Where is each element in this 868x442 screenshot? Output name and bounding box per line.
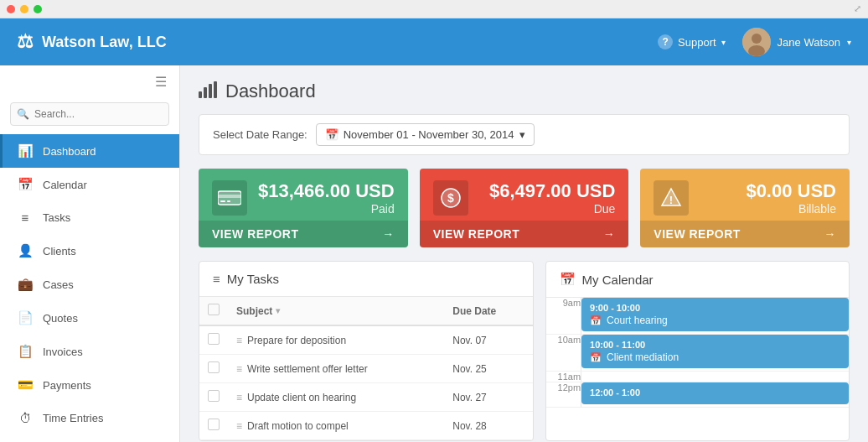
tasks-col-duedate: Due Date [444, 297, 532, 325]
table-row: ≡Draft motion to compel Nov. 28 [199, 412, 533, 440]
svg-rect-5 [209, 84, 212, 98]
support-label: Support [678, 36, 716, 49]
task-list-icon: ≡ [236, 335, 242, 346]
table-row: ≡Write settlement offer letter Nov. 25 [199, 355, 533, 383]
calendar-icon: 📅 [18, 177, 33, 192]
billable-amount: $0.00 USD [699, 180, 836, 202]
due-amount: $6,497.00 USD [478, 180, 616, 202]
billable-card-icon: ! [654, 180, 689, 216]
sidebar-toggle[interactable]: ☰ [0, 65, 179, 98]
dashboard-icon: 📊 [18, 143, 33, 159]
tasks-panel: ≡ My Tasks Subject ▾ [199, 261, 534, 441]
sidebar-item-calendar[interactable]: 📅 Calendar [0, 168, 179, 201]
user-avatar [742, 28, 771, 56]
calendar-panel-header: 📅 My Calendar [546, 262, 849, 298]
table-row: ≡Update client on hearing Nov. 27 [199, 383, 533, 412]
svg-text:!: ! [669, 194, 673, 206]
paid-view-report-label: VIEW REPORT [212, 227, 299, 241]
due-view-report-button[interactable]: VIEW REPORT → [420, 221, 629, 247]
header-right: ? Support ▾ Jane Watson ▾ [658, 28, 851, 56]
calendar-event-client-mediation[interactable]: 10:00 - 11:00 📅 Client mediation [581, 335, 849, 368]
event-cal-icon: 📅 [590, 315, 602, 326]
tasks-table: Subject ▾ Due Date ≡Prepare for depositi… [199, 297, 533, 440]
stats-cards: $13,466.00 USD Paid VIEW REPORT → $ [199, 169, 850, 247]
sidebar-item-clients[interactable]: 👤 Clients [0, 234, 179, 268]
sort-icon: ▾ [276, 306, 280, 315]
support-chevron-icon: ▾ [721, 38, 726, 47]
events-cell-9am: 9:00 - 10:00 📅 Court hearing [581, 298, 849, 335]
event-time-3: 12:00 - 1:00 [590, 387, 840, 398]
task-subject-1: Write settlement offer letter [247, 363, 368, 375]
sidebar-item-dashboard[interactable]: 📊 Dashboard [0, 134, 179, 168]
sidebar-item-label: Tasks [43, 211, 70, 224]
due-card-icon: $ [433, 180, 468, 216]
page-title-area: Dashboard [199, 81, 850, 102]
user-menu[interactable]: Jane Watson ▾ [742, 28, 851, 56]
paid-card-icon [212, 180, 247, 216]
svg-rect-3 [199, 91, 202, 98]
stat-card-due: $ $6,497.00 USD Due VIEW REPORT → [420, 169, 629, 247]
clients-icon: 👤 [18, 243, 33, 258]
task-list-icon: ≡ [236, 420, 242, 432]
calendar-event-court-hearing[interactable]: 9:00 - 10:00 📅 Court hearing [581, 298, 849, 331]
tasks-col-checkbox [199, 297, 228, 325]
sidebar-item-payments[interactable]: 💳 Payments [0, 368, 179, 402]
sidebar-item-label: Clients [43, 245, 76, 257]
maximize-dot[interactable] [34, 5, 42, 13]
tasks-subject-header: Subject [236, 305, 272, 317]
tasks-col-subject: Subject ▾ [228, 297, 444, 325]
svg-rect-4 [204, 87, 207, 98]
calendar-row-11am: 11am [546, 372, 849, 382]
events-cell-11am [581, 372, 849, 382]
minimize-dot[interactable] [20, 5, 28, 13]
task-checkbox-3[interactable] [208, 419, 220, 430]
sidebar-item-tasks[interactable]: ≡ Tasks [0, 201, 179, 234]
events-cell-10am: 10:00 - 11:00 📅 Client mediation [581, 335, 849, 372]
paid-amount: $13,466.00 USD [257, 180, 395, 202]
search-icon: 🔍 [17, 108, 29, 120]
calendar-panel-icon: 📅 [560, 272, 576, 287]
calendar-panel: 📅 My Calendar 9am 9:00 - 10:00 📅 [545, 261, 850, 441]
svg-rect-8 [218, 195, 241, 198]
paid-label: Paid [257, 202, 395, 216]
sidebar-item-cases[interactable]: 💼 Cases [0, 268, 179, 301]
support-icon: ? [658, 34, 673, 49]
task-checkbox-1[interactable] [208, 361, 220, 373]
paid-view-report-button[interactable]: VIEW REPORT → [199, 221, 408, 247]
time-entries-icon: ⏱ [18, 411, 33, 425]
lower-panels: ≡ My Tasks Subject ▾ [199, 261, 850, 441]
cases-icon: 💼 [18, 277, 33, 292]
sidebar-item-invoices[interactable]: 📋 Invoices [0, 335, 179, 368]
date-range-label: Select Date Range: [213, 128, 307, 141]
sidebar-item-label: Time Entries [43, 412, 103, 424]
billable-arrow-icon: → [824, 227, 837, 241]
task-checkbox-2[interactable] [208, 390, 220, 402]
task-checkbox-0[interactable] [208, 333, 220, 345]
due-arrow-icon: → [603, 227, 616, 241]
sidebar-item-quotes[interactable]: 📄 Quotes [0, 301, 179, 335]
svg-text:$: $ [447, 191, 454, 205]
tasks-select-all[interactable] [208, 304, 220, 315]
date-range-value: November 01 - November 30, 2014 [344, 128, 514, 141]
search-input[interactable] [10, 102, 169, 126]
calendar-event-12pm[interactable]: 12:00 - 1:00 [581, 382, 849, 404]
close-dot[interactable] [7, 5, 15, 13]
sidebar: ☰ 🔍 📊 Dashboard 📅 Calendar ≡ Tasks 👤 [0, 65, 180, 442]
calendar-row-10am: 10am 10:00 - 11:00 📅 Client mediation [546, 335, 849, 372]
sidebar-item-time-entries[interactable]: ⏱ Time Entries [0, 402, 179, 434]
task-due-0: Nov. 07 [444, 325, 532, 355]
billable-view-report-button[interactable]: VIEW REPORT → [640, 221, 850, 247]
due-label: Due [478, 202, 616, 216]
svg-rect-6 [214, 81, 217, 98]
billable-view-report-label: VIEW REPORT [654, 227, 741, 241]
app-body: ☰ 🔍 📊 Dashboard 📅 Calendar ≡ Tasks 👤 [0, 65, 868, 442]
date-range-picker[interactable]: 📅 November 01 - November 30, 2014 ▾ [316, 123, 535, 146]
expand-icon: ⤢ [854, 3, 861, 14]
calendar-picker-icon: 📅 [325, 128, 338, 141]
company-name: Watson Law, LLC [42, 34, 167, 51]
event-name-1: Client mediation [607, 351, 679, 363]
app-logo: ⚖ Watson Law, LLC [17, 31, 167, 53]
tasks-panel-title: My Tasks [227, 272, 279, 286]
svg-rect-10 [227, 200, 230, 202]
support-button[interactable]: ? Support ▾ [658, 34, 726, 49]
